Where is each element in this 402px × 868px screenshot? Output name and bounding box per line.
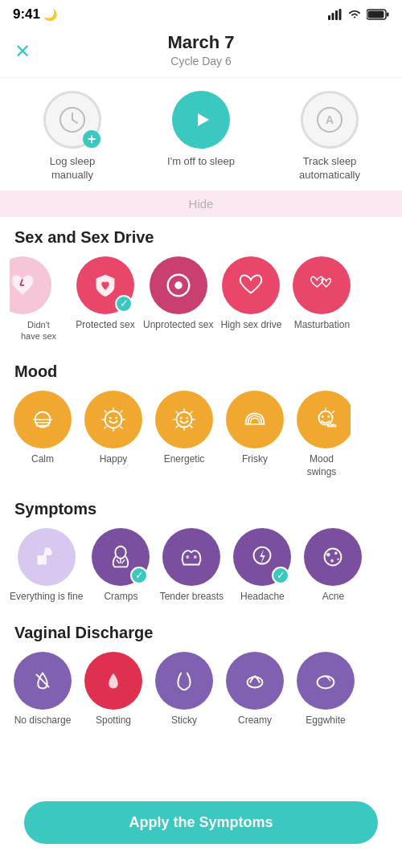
mood-label-1: Happy: [100, 453, 128, 466]
wifi-icon: [347, 9, 362, 20]
tender-breasts-icon: [176, 542, 207, 572]
sex-item-0[interactable]: Didn't have sex: [10, 256, 68, 342]
svg-point-64: [318, 676, 334, 688]
hide-button[interactable]: Hide: [0, 190, 402, 217]
symptoms-section: Symptoms Everything is fine: [0, 489, 402, 613]
close-button[interactable]: ✕: [14, 40, 31, 63]
sex-label-2: Unprotected sex: [143, 319, 213, 332]
svg-point-32: [177, 412, 192, 428]
symp-label-2: Tender breasts: [160, 591, 224, 604]
disc-label-1: Spotting: [96, 714, 131, 727]
sleep-item-auto[interactable]: A Track sleep automatically: [289, 91, 370, 182]
symptoms-icon-row: Everything is fine ✓ Cramps: [0, 525, 402, 613]
mood-item-2[interactable]: Energetic: [151, 391, 217, 478]
sticky-icon: [169, 665, 199, 696]
symp-item-3[interactable]: ✓ Headache: [229, 528, 295, 604]
svg-point-48: [327, 416, 330, 418]
svg-line-29: [105, 427, 106, 428]
disc-item-4[interactable]: Eggwhite: [293, 652, 359, 727]
symp-item-4[interactable]: Acne: [300, 528, 366, 604]
sex-circle-4: [293, 256, 351, 314]
svg-point-42: [186, 417, 188, 420]
symp-item-0[interactable]: Everything is fine: [10, 528, 83, 604]
mood-label-3: Frisky: [242, 453, 268, 466]
svg-rect-5: [368, 11, 384, 18]
svg-line-46: [333, 411, 334, 413]
svg-marker-10: [198, 113, 209, 126]
check-badge-1: ✓: [115, 295, 133, 313]
sex-circle-3: [222, 256, 280, 314]
mood-item-0[interactable]: Calm: [10, 391, 76, 478]
svg-line-37: [176, 411, 178, 413]
apply-symptoms-button[interactable]: Apply the Symptoms: [24, 801, 378, 844]
check-badge-headache: ✓: [272, 567, 289, 584]
mood-swing-icon: [310, 404, 341, 435]
svg-line-9: [72, 120, 77, 123]
disc-item-0[interactable]: No discharge: [10, 652, 76, 727]
disc-label-4: Eggwhite: [306, 714, 345, 727]
svg-rect-0: [328, 15, 330, 20]
status-bar: 9:41 🌙: [0, 0, 402, 26]
sex-item-1[interactable]: ✓ Protected sex: [72, 256, 138, 342]
sex-section-title: Sex and Sex Drive: [0, 217, 402, 253]
mood-item-4[interactable]: Mood swings: [293, 391, 351, 478]
svg-line-51: [117, 559, 120, 563]
mood-circle-2: [155, 391, 213, 448]
headache-icon: [247, 542, 277, 572]
symp-circle-4: [304, 528, 362, 586]
svg-rect-2: [335, 10, 338, 20]
symp-circle-2: [162, 528, 220, 586]
sex-item-3[interactable]: High sex drive: [218, 256, 284, 342]
mood-circle-3: [226, 391, 284, 448]
mood-circle-0: [14, 391, 72, 448]
svg-point-47: [322, 416, 324, 418]
svg-point-61: [338, 558, 340, 560]
sleep-item-log[interactable]: + Log sleep manually: [32, 91, 113, 182]
sleep-item-off[interactable]: I'm off to sleep: [161, 91, 241, 169]
symp-item-1[interactable]: ✓ Cramps: [88, 528, 154, 604]
mood-icon-row: Calm: [0, 387, 402, 488]
energetic-icon: [169, 404, 199, 435]
disc-circle-2: [155, 652, 213, 710]
disc-label-3: Creamy: [238, 714, 272, 727]
svg-line-27: [121, 427, 122, 428]
mood-item-3[interactable]: Frisky: [222, 391, 288, 478]
svg-text:A: A: [326, 113, 334, 126]
disc-circle-0: [14, 652, 72, 710]
sex-label-0: Didn't have sex: [18, 319, 59, 342]
mood-item-1[interactable]: Happy: [80, 391, 146, 478]
calm-icon: [27, 404, 58, 435]
mood-section: Mood Calm: [0, 351, 402, 488]
disc-label-2: Sticky: [171, 714, 197, 727]
status-icons: [328, 9, 389, 20]
clock-a-icon: A: [315, 105, 344, 134]
svg-line-26: [105, 411, 106, 412]
heart-broken-icon: [10, 270, 38, 301]
vaginal-discharge-section: Vaginal Discharge No discharge Spotting: [0, 612, 402, 817]
svg-point-16: [174, 281, 183, 289]
spotting-icon: [98, 665, 129, 696]
disc-circle-1: [84, 652, 142, 710]
disc-item-1[interactable]: Spotting: [80, 652, 146, 727]
symp-label-4: Acne: [322, 591, 344, 604]
disc-item-3[interactable]: Creamy: [222, 652, 288, 727]
disc-section-title: Vaginal Discharge: [0, 612, 402, 649]
sex-item-2[interactable]: Unprotected sex: [143, 256, 213, 342]
symp-circle-0: [18, 528, 76, 586]
acne-icon: [318, 542, 348, 572]
cramps-icon: [105, 542, 136, 572]
svg-point-60: [331, 559, 334, 562]
frisky-icon: [240, 404, 270, 435]
svg-line-38: [191, 426, 192, 428]
svg-line-40: [176, 426, 178, 428]
sleep-plus-icon: +: [83, 130, 100, 148]
svg-point-21: [105, 411, 122, 428]
sleep-circle-auto: A: [301, 91, 359, 149]
sex-item-4[interactable]: Masturbation: [289, 256, 355, 342]
sex-circle-1: ✓: [76, 256, 134, 314]
symp-item-2[interactable]: Tender breasts: [158, 528, 224, 604]
symp-circle-1: ✓: [92, 528, 150, 586]
happy-icon: [98, 404, 129, 435]
sex-label-4: Masturbation: [294, 319, 350, 332]
disc-item-2[interactable]: Sticky: [151, 652, 217, 727]
